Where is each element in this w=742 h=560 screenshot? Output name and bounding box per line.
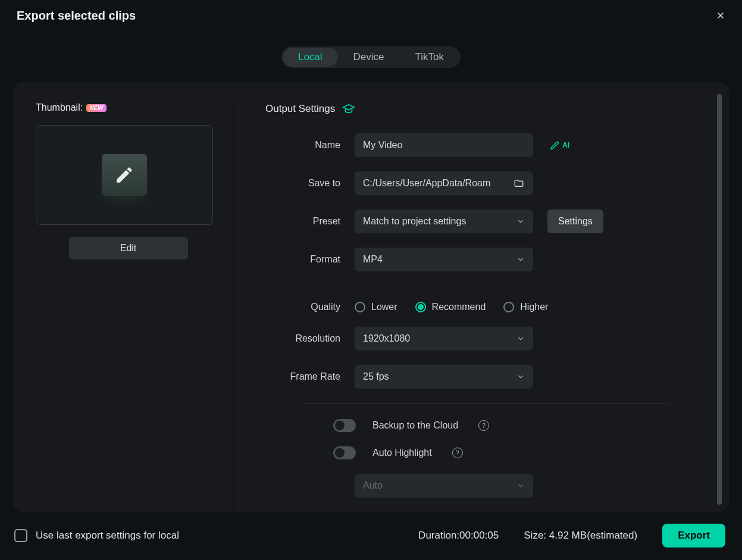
autohighlight-row: Auto Highlight ?: [265, 446, 694, 459]
scrollbar[interactable]: [717, 94, 722, 505]
duration-value: 00:00:05: [459, 530, 499, 541]
output-settings-title: Output Settings: [265, 102, 694, 115]
toggle-knob: [335, 421, 345, 430]
pencil-icon: [114, 165, 134, 185]
folder-icon[interactable]: [513, 178, 525, 189]
dialog-header: Export selected clips: [0, 0, 742, 29]
chevron-down-icon: [516, 334, 525, 343]
ai-label: AI: [562, 141, 569, 149]
framerate-label: Frame Rate: [265, 371, 355, 382]
saveto-row: Save to C:/Users/User/AppData/Roam: [265, 171, 694, 195]
preset-value: Match to project settings: [363, 216, 466, 227]
close-icon: [715, 10, 726, 21]
thumbnail-placeholder: [102, 154, 147, 196]
name-value: My Video: [363, 140, 402, 151]
auto-value: Auto: [363, 480, 383, 491]
quality-recommend-label: Recommend: [432, 302, 486, 312]
thumbnail-preview[interactable]: [36, 125, 213, 225]
name-label: Name: [265, 140, 355, 151]
name-input[interactable]: My Video: [355, 133, 533, 157]
backup-label: Backup to the Cloud: [372, 420, 458, 431]
format-row: Format MP4: [265, 248, 694, 271]
size-meta: Size: 4.92 MB(estimated): [524, 530, 637, 542]
chevron-down-icon: [516, 481, 525, 490]
name-row: Name My Video AI: [265, 133, 694, 157]
pencil-ai-icon: [550, 140, 561, 151]
use-last-settings-checkbox[interactable]: [14, 529, 27, 542]
chevron-down-icon: [516, 255, 525, 264]
chevron-down-icon: [516, 373, 525, 381]
edit-thumbnail-button[interactable]: Edit: [69, 237, 188, 259]
backup-toggle[interactable]: [333, 419, 356, 432]
output-settings-label: Output Settings: [265, 103, 335, 115]
format-select[interactable]: MP4: [355, 248, 533, 271]
divider: [301, 286, 670, 286]
duration-meta: Duration:00:00:05: [418, 530, 499, 542]
saveto-input[interactable]: C:/Users/User/AppData/Roam: [355, 171, 533, 195]
resolution-select[interactable]: 1920x1080: [355, 327, 533, 351]
new-badge: NEW: [86, 104, 106, 112]
tab-local[interactable]: Local: [283, 48, 338, 67]
help-icon[interactable]: ?: [478, 420, 489, 431]
autohighlight-toggle[interactable]: [333, 446, 356, 459]
divider: [301, 403, 670, 403]
output-settings: Output Settings Name My Video AI Save to…: [239, 102, 718, 512]
resolution-label: Resolution: [265, 333, 355, 344]
export-button[interactable]: Export: [662, 524, 725, 548]
graduation-cap-icon[interactable]: [342, 102, 355, 115]
ai-name-button[interactable]: AI: [550, 140, 569, 151]
thumbnail-label-row: Thumbnail: NEW: [36, 102, 221, 113]
tabs-bar: Local Device TikTok: [0, 46, 742, 68]
quality-radio-group: Lower Recommend Higher: [355, 302, 548, 312]
radio-icon: [503, 302, 514, 312]
duration-label: Duration:: [418, 530, 459, 541]
radio-icon: [415, 302, 426, 312]
framerate-select[interactable]: 25 fps: [355, 365, 533, 389]
backup-row: Backup to the Cloud ?: [265, 419, 694, 432]
saveto-label: Save to: [265, 178, 355, 189]
quality-recommend[interactable]: Recommend: [415, 302, 486, 312]
quality-label: Quality: [265, 302, 355, 312]
quality-lower-label: Lower: [371, 302, 397, 312]
resolution-row: Resolution 1920x1080: [265, 327, 694, 351]
size-suffix: (estimated): [587, 530, 637, 541]
quality-lower[interactable]: Lower: [355, 302, 397, 312]
autohighlight-label: Auto Highlight: [372, 448, 432, 458]
size-label: Size:: [524, 530, 549, 541]
framerate-value: 25 fps: [363, 371, 389, 382]
auto-row: Auto: [265, 474, 694, 498]
preset-settings-button[interactable]: Settings: [547, 209, 603, 233]
toggle-knob: [335, 448, 345, 458]
dialog-title: Export selected clips: [17, 9, 136, 23]
tab-tiktok[interactable]: TikTok: [400, 48, 460, 67]
quality-higher-label: Higher: [520, 302, 548, 312]
close-button[interactable]: [712, 7, 729, 24]
dialog-footer: Use last export settings for local Durat…: [0, 512, 742, 548]
preset-select[interactable]: Match to project settings: [355, 209, 533, 233]
preset-label: Preset: [265, 216, 355, 227]
quality-higher[interactable]: Higher: [503, 302, 548, 312]
use-last-settings-label: Use last export settings for local: [36, 530, 179, 542]
saveto-value: C:/Users/User/AppData/Roam: [363, 178, 513, 189]
footer-right: Duration:00:00:05 Size: 4.92 MB(estimate…: [418, 524, 725, 548]
thumbnail-label: Thumbnail:: [36, 102, 83, 113]
size-value: 4.92 MB: [549, 530, 587, 541]
quality-row: Quality Lower Recommend Higher: [265, 302, 694, 312]
auto-select: Auto: [355, 474, 533, 498]
format-label: Format: [265, 254, 355, 265]
chevron-down-icon: [516, 217, 525, 226]
preset-row: Preset Match to project settings Setting…: [265, 209, 694, 233]
settings-panel: Thumbnail: NEW Edit Output Settings Name…: [13, 82, 729, 512]
radio-icon: [355, 302, 365, 312]
tab-device[interactable]: Device: [338, 48, 400, 67]
thumbnail-section: Thumbnail: NEW Edit: [36, 102, 239, 512]
tabs-wrap: Local Device TikTok: [281, 46, 461, 68]
framerate-row: Frame Rate 25 fps: [265, 365, 694, 389]
format-value: MP4: [363, 254, 383, 265]
resolution-value: 1920x1080: [363, 333, 410, 344]
help-icon[interactable]: ?: [452, 448, 463, 458]
